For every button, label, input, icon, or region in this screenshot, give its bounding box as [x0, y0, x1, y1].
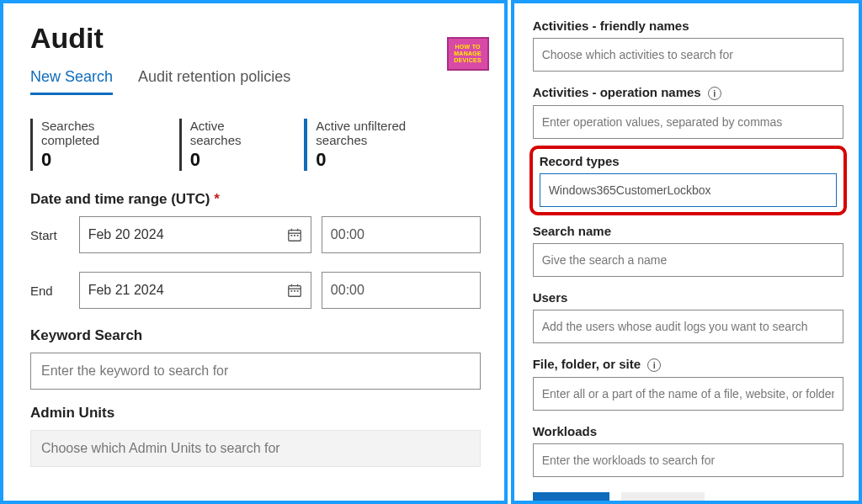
start-label: Start — [30, 228, 69, 242]
tab-new-search[interactable]: New Search — [30, 68, 113, 95]
svg-rect-12 — [294, 290, 295, 292]
audit-tabs: New Search Audit retention policies — [30, 68, 481, 95]
svg-rect-11 — [290, 290, 292, 292]
end-time-picker[interactable]: 00:00 — [322, 272, 481, 309]
stat-active-unfiltered: Active unfiltered searches 0 — [304, 119, 480, 171]
required-mark: * — [214, 191, 220, 207]
file-folder-input[interactable] — [533, 377, 843, 411]
start-date-picker[interactable]: Feb 20 2024 — [79, 216, 311, 253]
stat-value: 0 — [41, 149, 146, 171]
calendar-icon — [287, 283, 302, 298]
record-types-highlight: Record types — [529, 146, 847, 215]
info-icon[interactable]: i — [647, 358, 661, 372]
calendar-icon — [287, 227, 302, 242]
activities-op-label: Activities - operation names i — [533, 85, 843, 100]
end-date-picker[interactable]: Feb 21 2024 — [79, 272, 311, 309]
stat-active-searches: Active searches 0 — [179, 119, 305, 171]
search-button[interactable]: Search — [533, 492, 610, 504]
stat-label: Active searches — [190, 119, 271, 147]
start-date-value: Feb 20 2024 — [88, 227, 164, 242]
end-label: End — [30, 284, 69, 298]
activities-friendly-input[interactable] — [533, 38, 843, 72]
search-name-label: Search name — [533, 224, 843, 238]
activities-op-input[interactable] — [533, 105, 843, 139]
start-time-value: 00:00 — [331, 227, 364, 242]
info-icon[interactable]: i — [708, 87, 721, 100]
keyword-label: Keyword Search — [30, 327, 481, 344]
stat-value: 0 — [190, 149, 271, 171]
start-time-picker[interactable]: 00:00 — [322, 216, 481, 253]
clear-all-button[interactable]: Clear all — [621, 492, 705, 504]
workloads-input[interactable] — [533, 443, 843, 477]
svg-rect-4 — [290, 235, 292, 236]
users-label: Users — [533, 290, 843, 305]
users-input[interactable] — [533, 310, 843, 343]
stat-label: Active unfiltered searches — [316, 119, 446, 147]
end-date-value: Feb 21 2024 — [88, 283, 164, 298]
date-range-label: Date and time range (UTC) * — [30, 191, 481, 208]
activities-friendly-label: Activities - friendly names — [533, 19, 843, 33]
workloads-label: Workloads — [533, 424, 843, 438]
admin-units-input[interactable] — [30, 430, 481, 467]
stat-searches-completed: Searches completed 0 — [30, 119, 179, 171]
svg-rect-6 — [297, 235, 299, 236]
search-stats: Searches completed 0 Active searches 0 A… — [30, 119, 481, 171]
stat-value: 0 — [316, 149, 446, 171]
end-time-value: 00:00 — [331, 283, 364, 298]
watermark-badge: HOW TO MANAGE DEVICES — [447, 37, 489, 71]
svg-rect-13 — [297, 290, 299, 292]
record-types-label: Record types — [540, 154, 837, 168]
admin-units-label: Admin Units — [30, 405, 481, 422]
page-title: Audit — [30, 22, 481, 55]
search-name-input[interactable] — [533, 243, 843, 277]
file-folder-label: File, folder, or site i — [533, 357, 843, 372]
keyword-input[interactable] — [30, 353, 481, 390]
record-types-input[interactable] — [540, 173, 837, 207]
tab-retention-policies[interactable]: Audit retention policies — [138, 68, 290, 95]
svg-rect-5 — [294, 235, 295, 236]
stat-label: Searches completed — [41, 119, 146, 147]
